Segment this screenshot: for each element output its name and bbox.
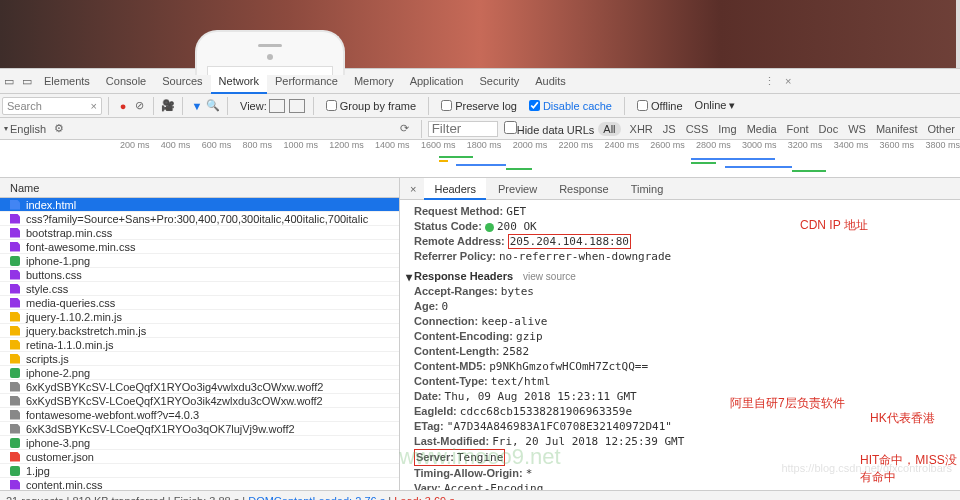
lang-select[interactable]: ▾English <box>4 123 46 135</box>
inspect-icon[interactable]: ▭ <box>0 75 18 88</box>
chip-css[interactable]: CSS <box>681 122 714 136</box>
gear-icon[interactable]: ⚙ <box>54 122 64 135</box>
file-name: jquery.backstretch.min.js <box>26 324 146 338</box>
tab-timing[interactable]: Timing <box>621 178 674 200</box>
request-method-label: Request Method: <box>414 205 503 217</box>
filter-bar: ▾English ⚙ ⟳ Hide data URLs All XHR JS C… <box>0 118 960 140</box>
annotation-ali: 阿里自研7层负责软件 <box>730 395 845 412</box>
clear-icon[interactable]: × <box>91 100 97 112</box>
small-rows-icon[interactable] <box>289 99 305 113</box>
request-row[interactable]: iphone-2.png <box>0 366 399 380</box>
filter-icon[interactable]: ▼ <box>189 100 205 112</box>
referrer-policy-value: no-referrer-when-downgrade <box>499 250 671 263</box>
source-url: https://blog.csdn.net/qfxcontrolbars <box>781 458 952 478</box>
chip-img[interactable]: Img <box>713 122 741 136</box>
clear-log-icon[interactable]: ⊘ <box>131 99 147 112</box>
refresh-icon[interactable]: ⟳ <box>400 122 409 135</box>
search-icon[interactable]: 🔍 <box>205 99 221 112</box>
request-row[interactable]: content.min.css <box>0 478 399 490</box>
chip-font[interactable]: Font <box>782 122 814 136</box>
request-row[interactable]: media-queries.css <box>0 296 399 310</box>
chip-other[interactable]: Other <box>922 122 960 136</box>
file-name: iphone-3.png <box>26 436 90 450</box>
chip-doc[interactable]: Doc <box>814 122 844 136</box>
tab-security[interactable]: Security <box>471 68 527 94</box>
request-method-value: GET <box>506 205 526 218</box>
file-type-icon <box>10 382 20 392</box>
tab-application[interactable]: Application <box>402 68 472 94</box>
file-type-icon <box>10 298 20 308</box>
request-row[interactable]: buttons.css <box>0 268 399 282</box>
file-type-icon <box>10 424 20 434</box>
file-type-icon <box>10 228 20 238</box>
tab-preview[interactable]: Preview <box>488 178 547 200</box>
device-toggle-icon[interactable]: ▭ <box>18 75 36 88</box>
file-type-icon <box>10 256 20 266</box>
chip-xhr[interactable]: XHR <box>625 122 658 136</box>
view-source-link[interactable]: view source <box>523 271 576 282</box>
request-row[interactable]: scripts.js <box>0 352 399 366</box>
request-row[interactable]: 1.jpg <box>0 464 399 478</box>
request-row[interactable]: font-awesome.min.css <box>0 240 399 254</box>
filter-input[interactable] <box>428 121 498 137</box>
file-name: 6xK3dSBYKcSV-LCoeQqfX1RYOo3qOK7lujVj9w.w… <box>26 422 295 436</box>
annotation-cdn: CDN IP 地址 <box>800 218 868 232</box>
request-row[interactable]: retina-1.1.0.min.js <box>0 338 399 352</box>
page-hero <box>0 0 960 68</box>
chip-js[interactable]: JS <box>658 122 681 136</box>
file-name: iphone-1.png <box>26 254 90 268</box>
search-input[interactable]: Search × <box>2 97 102 115</box>
request-row[interactable]: iphone-3.png <box>0 436 399 450</box>
request-row[interactable]: iphone-1.png <box>0 254 399 268</box>
request-row[interactable]: jquery-1.10.2.min.js <box>0 310 399 324</box>
file-name: customer.json <box>26 450 94 464</box>
request-row[interactable]: index.html <box>0 198 399 212</box>
offline-checkbox[interactable]: Offline <box>637 100 683 112</box>
disable-cache-checkbox[interactable]: Disable cache <box>529 100 612 112</box>
chip-all[interactable]: All <box>598 122 620 136</box>
close-icon[interactable]: × <box>785 75 791 88</box>
request-row[interactable]: fontawesome-webfont.woff?v=4.0.3 <box>0 408 399 422</box>
group-by-frame-checkbox[interactable]: Group by frame <box>326 100 416 112</box>
request-row[interactable]: bootstrap.min.css <box>0 226 399 240</box>
file-name: scripts.js <box>26 352 69 366</box>
close-detail-icon[interactable]: × <box>404 183 422 195</box>
file-name: 1.jpg <box>26 464 50 478</box>
file-type-icon <box>10 368 20 378</box>
tab-elements[interactable]: Elements <box>36 68 98 94</box>
request-row[interactable]: 6xKydSBYKcSV-LCoeQqfX1RYOo3ik4zwlxdu3cOW… <box>0 394 399 408</box>
chip-ws[interactable]: WS <box>843 122 871 136</box>
request-row[interactable]: style.css <box>0 282 399 296</box>
annotation-hk: HK代表香港 <box>870 410 935 427</box>
request-row[interactable]: 6xK3dSBYKcSV-LCoeQqfX1RYOo3qOK7lujVj9w.w… <box>0 422 399 436</box>
hide-data-urls-checkbox[interactable]: Hide data URLs <box>504 121 595 136</box>
tab-headers[interactable]: Headers <box>424 178 486 200</box>
camera-icon[interactable]: 🎥 <box>160 99 176 112</box>
file-type-icon <box>10 270 20 280</box>
tab-audits[interactable]: Audits <box>527 68 574 94</box>
file-type-icon <box>10 326 20 336</box>
file-type-icon <box>10 410 20 420</box>
chip-manifest[interactable]: Manifest <box>871 122 923 136</box>
request-row[interactable]: css?family=Source+Sans+Pro:300,400,700,3… <box>0 212 399 226</box>
record-icon[interactable]: ● <box>115 100 131 112</box>
large-rows-icon[interactable] <box>269 99 285 113</box>
tab-response[interactable]: Response <box>549 178 619 200</box>
response-headers-section[interactable]: ▶Response Headersview source <box>406 270 950 282</box>
chip-media[interactable]: Media <box>742 122 782 136</box>
request-row[interactable]: jquery.backstretch.min.js <box>0 324 399 338</box>
column-name[interactable]: Name <box>0 178 399 198</box>
tab-console[interactable]: Console <box>98 68 154 94</box>
throttling-select[interactable]: Online ▾ <box>695 99 736 112</box>
preserve-log-checkbox[interactable]: Preserve log <box>441 100 517 112</box>
more-icon[interactable]: ⋮ <box>764 75 775 88</box>
request-row[interactable]: customer.json <box>0 450 399 464</box>
timeline[interactable]: 200 ms400 ms600 ms800 ms1000 ms1200 ms14… <box>0 140 960 178</box>
file-name: style.css <box>26 282 68 296</box>
request-list[interactable]: Name index.htmlcss?family=Source+Sans+Pr… <box>0 178 400 490</box>
file-name: 6xKydSBYKcSV-LCoeQqfX1RYOo3ik4zwlxdu3cOW… <box>26 394 323 408</box>
request-row[interactable]: 6xKydSBYKcSV-LCoeQqfX1RYOo3ig4vwlxdu3cOW… <box>0 380 399 394</box>
file-type-icon <box>10 438 20 448</box>
file-name: fontawesome-webfont.woff?v=4.0.3 <box>26 408 199 422</box>
tab-memory[interactable]: Memory <box>346 68 402 94</box>
